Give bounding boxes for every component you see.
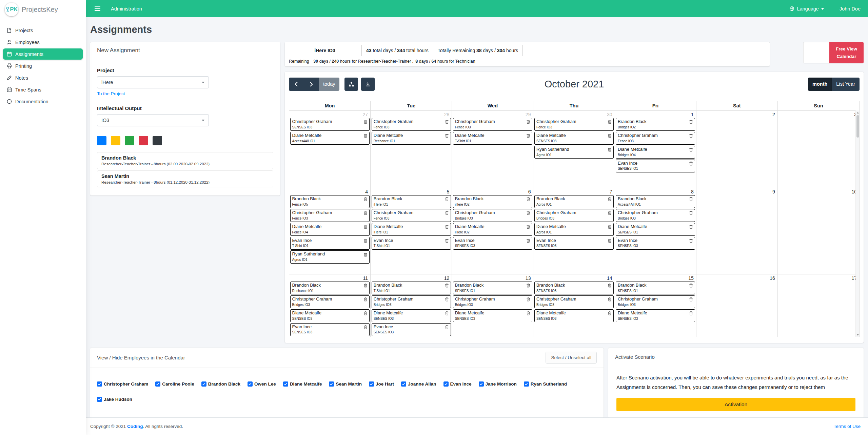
calendar-event[interactable]: Brandon BlackBridges IO2 xyxy=(616,118,695,131)
delete-event-icon[interactable] xyxy=(689,225,693,229)
free-view-calendar-button[interactable]: Free View Calendar xyxy=(803,42,864,63)
delete-event-icon[interactable] xyxy=(526,297,530,302)
topbar-nav-administration[interactable]: Administration xyxy=(111,6,142,12)
day-cell-15[interactable]: 15Brandon BlackSENSES IO1Christopher Gra… xyxy=(615,274,696,337)
employee-visibility-checkbox-jake-hudson[interactable]: Jake Hudson xyxy=(97,397,132,402)
calendar-event[interactable]: Brandon BlackT-Shirt IO1 xyxy=(372,282,451,294)
calendar-event[interactable]: Christopher GrahamFence IO3 xyxy=(453,118,532,131)
calendar-event[interactable]: Diane MetcalfeSENSES IO3 xyxy=(453,309,532,322)
calendar-event[interactable]: Evan InceSENSES IO3 xyxy=(534,237,614,250)
day-cell-1[interactable]: 1Brandon BlackBridges IO2Christopher Gra… xyxy=(615,111,696,188)
checked-checkbox-icon[interactable] xyxy=(155,381,160,387)
delete-event-icon[interactable] xyxy=(689,197,693,201)
delete-event-icon[interactable] xyxy=(608,211,612,215)
terms-of-use-link[interactable]: Terms of Use xyxy=(833,424,861,429)
employee-visibility-checkbox-ryan-sutherland[interactable]: Ryan Sutherland xyxy=(524,381,567,387)
user-menu[interactable]: John Doe xyxy=(840,6,861,12)
delete-event-icon[interactable] xyxy=(526,311,530,315)
scroll-down-icon[interactable] xyxy=(856,333,859,337)
color-swatch-1[interactable] xyxy=(97,136,106,145)
calendar-event[interactable]: Christopher GrahamFence IO3 xyxy=(372,118,451,131)
month-view-button[interactable]: month xyxy=(808,78,832,91)
day-cell-9[interactable]: 9 xyxy=(696,188,778,274)
checked-checkbox-icon[interactable] xyxy=(443,381,449,387)
calendar-event[interactable]: Diane MetcalfeRechance IO1 xyxy=(372,132,451,145)
delete-event-icon[interactable] xyxy=(608,297,612,302)
delete-event-icon[interactable] xyxy=(363,197,368,201)
delete-event-icon[interactable] xyxy=(363,297,368,302)
assigned-employee-item[interactable]: Brandon BlackResearcher-Teacher-Trainer … xyxy=(97,152,273,169)
next-month-button[interactable] xyxy=(304,78,319,91)
sidebar-item-projects[interactable]: Projects xyxy=(3,25,83,36)
delete-event-icon[interactable] xyxy=(689,120,693,124)
activation-button[interactable]: Activation xyxy=(616,398,855,411)
day-cell-3[interactable]: 3 xyxy=(778,111,859,188)
intellectual-output-select[interactable]: IO3 xyxy=(97,114,209,126)
color-swatch-4[interactable] xyxy=(139,136,148,145)
employee-visibility-checkbox-caroline-poole[interactable]: Caroline Poole xyxy=(155,381,194,387)
checked-checkbox-icon[interactable] xyxy=(329,381,334,387)
employee-visibility-checkbox-diane-metcalfe[interactable]: Diane Metcalfe xyxy=(283,381,322,387)
day-cell-14[interactable]: 14Brandon BlackSENSES IO3Christopher Gra… xyxy=(533,274,615,337)
calendar-event[interactable]: Brandon BlackiHere IO1 xyxy=(372,195,451,208)
list-year-view-button[interactable]: List Year xyxy=(832,78,860,91)
calendar-event[interactable]: Christopher GrahamBridges IO3 xyxy=(534,295,614,308)
employee-visibility-checkbox-brandon-black[interactable]: Brandon Black xyxy=(201,381,240,387)
scroll-up-icon[interactable] xyxy=(856,110,859,115)
checked-checkbox-icon[interactable] xyxy=(524,381,529,387)
checked-checkbox-icon[interactable] xyxy=(283,381,288,387)
calendar-event[interactable]: Ryan SutherlandAgros IO1 xyxy=(534,146,614,159)
delete-event-icon[interactable] xyxy=(363,325,368,329)
day-cell-2[interactable]: 2 xyxy=(696,111,778,188)
delete-event-icon[interactable] xyxy=(608,311,612,315)
delete-event-icon[interactable] xyxy=(526,239,530,243)
delete-event-icon[interactable] xyxy=(526,211,530,215)
day-cell-7[interactable]: 7Brandon BlackAgros IO1Christopher Graha… xyxy=(533,188,615,274)
delete-event-icon[interactable] xyxy=(363,225,368,229)
day-cell-12[interactable]: 12Brandon BlackT-Shirt IO1Christopher Gr… xyxy=(371,274,452,337)
employee-visibility-checkbox-evan-ince[interactable]: Evan Ince xyxy=(443,381,472,387)
delete-event-icon[interactable] xyxy=(445,297,449,302)
calendar-event[interactable]: Evan InceSENSES IO1 xyxy=(616,160,695,172)
day-cell-30[interactable]: 30Christopher GrahamFence IO3Diane Metca… xyxy=(533,111,615,188)
delete-event-icon[interactable] xyxy=(608,225,612,229)
prev-month-button[interactable] xyxy=(289,78,304,91)
delete-event-icon[interactable] xyxy=(526,225,530,229)
employee-visibility-checkbox-joe-hart[interactable]: Joe Hart xyxy=(369,381,394,387)
sidebar-item-time-spans[interactable]: Time Spans xyxy=(3,84,83,95)
day-cell-6[interactable]: 6Brandon BlackiHere IO2Christopher Graha… xyxy=(452,188,533,274)
delete-event-icon[interactable] xyxy=(608,283,612,288)
employee-visibility-checkbox-joanne-allan[interactable]: Joanne Allan xyxy=(401,381,436,387)
calendar-event[interactable]: Christopher GrahamFence IO3 xyxy=(290,209,370,222)
calendar-scrollbar[interactable] xyxy=(855,110,859,337)
calendar-event[interactable]: Evan InceT-Shirt IO1 xyxy=(372,237,451,250)
day-cell-28[interactable]: 28Christopher GrahamFence IO3Diane Metca… xyxy=(371,111,452,188)
employee-visibility-checkbox-jane-morrison[interactable]: Jane Morrison xyxy=(479,381,517,387)
delete-event-icon[interactable] xyxy=(445,120,449,124)
calendar-event[interactable]: Diane MetcalfeSENSES IO3 xyxy=(534,309,614,322)
calendar-event[interactable]: Brandon BlackSENSES IO1 xyxy=(453,282,532,294)
delete-event-icon[interactable] xyxy=(689,133,693,138)
day-cell-10[interactable]: 10 xyxy=(778,188,859,274)
calendar-event[interactable]: Diane MetcalfeT-Shirt IO1 xyxy=(453,132,532,145)
day-cell-17[interactable]: 17 xyxy=(778,274,859,337)
assigned-employee-item[interactable]: Sean MartinResearcher-Teacher-Trainer - … xyxy=(97,170,273,187)
delete-event-icon[interactable] xyxy=(445,283,449,288)
calendar-event[interactable]: Diane MetcalfeSENSES IO3 xyxy=(616,309,695,322)
delete-event-icon[interactable] xyxy=(445,211,449,215)
calendar-event[interactable]: Christopher GrahamBridges IO3 xyxy=(616,295,695,308)
delete-event-icon[interactable] xyxy=(526,197,530,201)
delete-event-icon[interactable] xyxy=(445,225,449,229)
delete-event-icon[interactable] xyxy=(445,311,449,315)
calendar-event[interactable]: Brandon BlackSENSES IO3 xyxy=(534,282,614,294)
delete-event-icon[interactable] xyxy=(526,133,530,138)
delete-event-icon[interactable] xyxy=(608,120,612,124)
calendar-event[interactable]: Christopher GrahamBridges IO3 xyxy=(372,295,451,308)
calendar-event[interactable]: Christopher GrahamFence IO3 xyxy=(372,209,451,222)
checked-checkbox-icon[interactable] xyxy=(401,381,406,387)
delete-event-icon[interactable] xyxy=(689,147,693,152)
color-swatch-2[interactable] xyxy=(111,136,120,145)
calendar-event[interactable]: Brandon BlackiHere IO2 xyxy=(453,195,532,208)
calendar-event[interactable]: Christopher GrahamSENSES IO3 xyxy=(290,118,370,131)
sidebar-item-notes[interactable]: Notes xyxy=(3,72,83,83)
